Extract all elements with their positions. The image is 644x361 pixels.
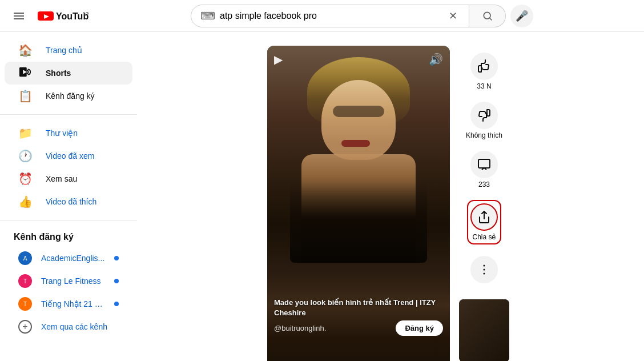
sidebar-item-xem-sau[interactable]: ⏰ Xem sau <box>5 167 132 190</box>
video-controls-top: ▶ 🔊 <box>274 53 443 66</box>
sidebar-item-label: Kênh đăng ký <box>46 91 95 101</box>
channel-item-trang-le[interactable]: T Trang Le Fitness <box>5 270 132 292</box>
search-button[interactable] <box>469 5 506 27</box>
svg-point-12 <box>484 273 485 275</box>
sidebar-item-video-da-thich[interactable]: 👍 Video đã thích <box>5 190 132 213</box>
more-action[interactable] <box>470 256 498 283</box>
share-icon <box>477 210 491 224</box>
sidebar-divider-2 <box>0 220 137 220</box>
video-title: Made you look biến hình trẻ nhất Trend |… <box>274 298 443 318</box>
comment-icon <box>477 158 491 171</box>
xem-qua-cac-kenh-label: Xem qua các kênh <box>41 322 119 331</box>
history-icon: 🕐 <box>18 149 32 163</box>
share-label: Chia sẻ <box>472 233 496 241</box>
subscribe-button[interactable]: Đăng ký <box>396 320 443 336</box>
video-face <box>321 80 396 160</box>
volume-button[interactable]: 🔊 <box>429 53 443 66</box>
header: YouTube VN ⌨ ✕ 🎤 <box>0 0 644 32</box>
video-player[interactable]: ▶ 🔊 Made you look biến hình trẻ nhất Tre… <box>267 46 450 361</box>
like-icon <box>477 59 491 73</box>
channel-name-trang-le: Trang Le Fitness <box>41 276 105 286</box>
channel-avatar-trang-le: T <box>18 274 32 288</box>
mic-button[interactable]: 🎤 <box>510 5 533 27</box>
channel-item-tieng-nhat[interactable]: T Tiếng Nhật 21 N... <box>5 292 132 315</box>
search-input-wrap: ⌨ ✕ <box>191 5 469 27</box>
search-icon <box>482 10 493 22</box>
svg-point-10 <box>484 265 485 267</box>
sidebar-divider-1 <box>0 114 137 115</box>
share-action[interactable]: Chia sẻ <box>467 200 501 244</box>
shorts-icon <box>18 66 32 81</box>
video-content <box>290 57 427 263</box>
dislike-action[interactable]: Không thích <box>466 102 502 139</box>
next-video-bg <box>459 299 509 361</box>
share-button[interactable] <box>470 203 498 231</box>
svg-line-5 <box>489 18 492 20</box>
svg-point-11 <box>484 269 485 271</box>
channel-name-academic: AcademicEnglis... <box>41 254 105 263</box>
subscription-icon: 📋 <box>18 89 32 103</box>
keyboard-icon[interactable]: ⌨ <box>200 10 215 22</box>
more-button[interactable] <box>470 256 498 283</box>
liked-icon: 👍 <box>18 195 32 208</box>
like-action[interactable]: 33 N <box>470 53 498 90</box>
sidebar-item-label: Xem sau <box>46 174 77 183</box>
channel-notification-dot <box>114 279 119 283</box>
channel-item-xem-qua[interactable]: + Xem qua các kênh <box>5 315 132 338</box>
sidebar-item-label: Shorts <box>46 69 71 78</box>
menu-button[interactable] <box>9 6 29 26</box>
search-input[interactable] <box>220 11 449 21</box>
channel-item-academic[interactable]: A AcademicEnglis... <box>5 247 132 270</box>
shorts-icon-svg <box>19 66 31 78</box>
action-panel: 33 N Không thích 233 <box>454 46 514 361</box>
like-count: 33 N <box>477 82 491 90</box>
comment-action[interactable]: 233 <box>470 151 498 188</box>
sidebar-item-label: Thư viện <box>46 129 78 138</box>
sidebar-item-label: Video đã xem <box>46 151 94 161</box>
dislike-button[interactable] <box>470 102 498 129</box>
video-eyes <box>333 106 384 117</box>
channel-avatar-academic: A <box>18 251 32 265</box>
youtube-logo-svg: YouTube VN <box>38 10 89 22</box>
home-icon: 🏠 <box>18 43 32 57</box>
svg-point-4 <box>484 12 490 19</box>
channel-notification-dot <box>114 302 119 306</box>
svg-rect-8 <box>478 159 490 168</box>
channel-name-tieng-nhat: Tiếng Nhật 21 N... <box>41 299 105 308</box>
comment-count: 233 <box>478 181 490 188</box>
video-channel: @buitruonglinh. <box>274 324 326 332</box>
next-video-thumbnail[interactable] <box>459 299 509 361</box>
search-bar: ⌨ ✕ 🎤 <box>191 5 533 27</box>
main-content: ▶ 🔊 Made you look biến hình trẻ nhất Tre… <box>137 32 644 361</box>
sidebar-item-shorts[interactable]: Shorts <box>5 62 132 85</box>
video-outfit <box>290 183 427 263</box>
sidebar-item-label: Video đã thích <box>46 197 96 206</box>
header-left: YouTube VN <box>9 6 89 26</box>
add-channel-icon: + <box>18 320 32 334</box>
library-icon: 📁 <box>18 126 32 140</box>
dislike-icon <box>477 109 491 122</box>
sidebar-item-video-da-xem[interactable]: 🕐 Video đã xem <box>5 145 132 167</box>
youtube-logo[interactable]: YouTube VN <box>38 10 89 22</box>
svg-text:VN: VN <box>83 11 89 17</box>
video-lips <box>341 140 370 147</box>
video-info: Made you look biến hình trẻ nhất Trend |… <box>274 298 443 336</box>
sidebar-item-trang-chu[interactable]: 🏠 Trang chủ <box>5 39 132 62</box>
kenh-dang-ky-title: Kênh đăng ký <box>0 227 137 247</box>
sidebar: 🏠 Trang chủ Shorts 📋 Kênh đăng ký 📁 Thư … <box>0 32 137 361</box>
like-button[interactable] <box>470 53 498 80</box>
play-button[interactable]: ▶ <box>274 53 283 66</box>
clear-icon[interactable]: ✕ <box>449 10 457 22</box>
sidebar-item-label: Trang chủ <box>46 46 82 55</box>
more-icon <box>477 263 491 276</box>
video-subscribe-row: @buitruonglinh. Đăng ký <box>274 320 443 336</box>
sidebar-item-kenh-dang-ky[interactable]: 📋 Kênh đăng ký <box>5 85 132 107</box>
channel-avatar-tieng-nhat: T <box>18 297 32 311</box>
watch-later-icon: ⏰ <box>18 172 32 186</box>
dislike-label: Không thích <box>466 131 502 139</box>
comment-button[interactable] <box>470 151 498 178</box>
channel-notification-dot <box>114 256 119 260</box>
sidebar-item-thu-vien[interactable]: 📁 Thư viện <box>5 122 132 145</box>
